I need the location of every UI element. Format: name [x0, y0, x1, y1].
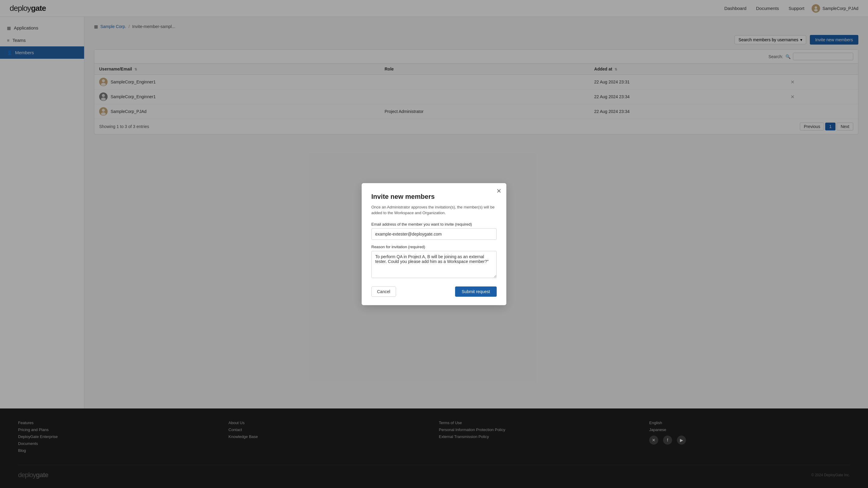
reason-label: Reason for invitation (required) [371, 245, 497, 249]
submit-request-button[interactable]: Submit request [455, 287, 497, 297]
cancel-button[interactable]: Cancel [371, 287, 396, 297]
modal-overlay[interactable]: ✕ Invite new members Once an Administrat… [0, 0, 868, 488]
modal-title: Invite new members [371, 193, 497, 201]
modal-subtitle: Once an Administrator approves the invit… [371, 204, 497, 216]
modal-close-button[interactable]: ✕ [496, 188, 501, 194]
email-input[interactable] [371, 228, 497, 240]
reason-textarea[interactable]: To perform QA in Project A, B will be jo… [371, 251, 497, 278]
modal-actions: Cancel Submit request [371, 287, 497, 297]
invite-modal: ✕ Invite new members Once an Administrat… [362, 183, 506, 305]
email-label: Email address of the member you want to … [371, 222, 497, 227]
